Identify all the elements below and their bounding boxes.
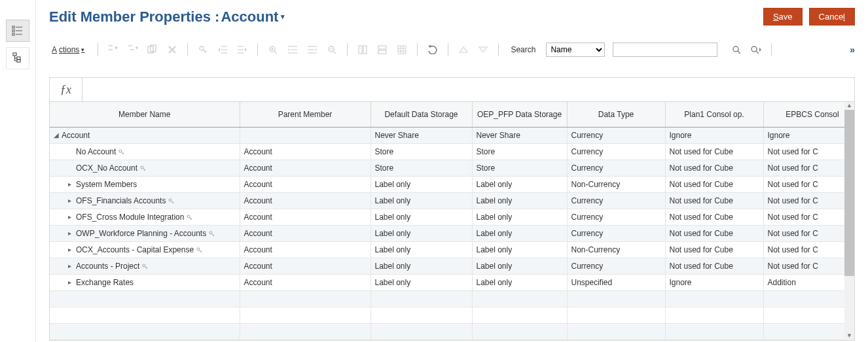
plan1-consol-cell[interactable]: Not used for Cube <box>665 225 763 241</box>
epbcs-consol-cell[interactable]: Addition <box>763 274 855 290</box>
table-row[interactable]: ▸System MembersAccountLabel onlyLabel on… <box>50 176 855 192</box>
member-name-cell[interactable]: No Account <box>68 147 236 156</box>
member-name-cell[interactable]: ▸System Members <box>68 180 236 189</box>
table-row[interactable]: ▸OFS_Financials AccountsAccountLabel onl… <box>50 192 855 209</box>
epbcs-consol-cell[interactable]: Not used for C <box>763 225 855 241</box>
oep-pfp-storage-cell[interactable]: Label only <box>472 209 567 225</box>
title-dropdown-caret[interactable]: ▾ <box>281 12 285 21</box>
default-storage-cell[interactable]: Label only <box>371 241 472 258</box>
add-child-icon[interactable] <box>127 44 139 56</box>
member-name-cell[interactable]: ▸OFS_Financials Accounts <box>68 196 236 205</box>
member-name-cell[interactable]: ◢Account <box>54 131 236 140</box>
plan1-consol-cell[interactable]: Not used for Cube <box>665 209 763 225</box>
table-row[interactable]: ▸Accounts - ProjectAccountLabel onlyLabe… <box>50 258 855 274</box>
member-name-cell[interactable]: ▸Exchange Rates <box>68 278 236 287</box>
unfreeze-icon[interactable] <box>376 44 388 56</box>
grid-icon[interactable] <box>396 44 408 56</box>
plan1-consol-cell[interactable]: Not used for Cube <box>665 176 763 192</box>
default-storage-cell[interactable]: Store <box>371 143 472 160</box>
col-data-type[interactable]: Data Type <box>567 102 665 127</box>
col-epbcs-consol[interactable]: EPBCS Consol <box>763 102 855 127</box>
default-storage-cell[interactable]: Label only <box>371 258 472 274</box>
search-down-icon[interactable] <box>750 44 762 56</box>
data-type-cell[interactable]: Currency <box>567 258 665 274</box>
duplicate-icon[interactable] <box>147 44 158 56</box>
data-type-cell[interactable]: Currency <box>567 160 665 176</box>
parent-member-cell[interactable]: Account <box>240 258 371 274</box>
expand-toggle-icon[interactable]: ▸ <box>68 246 75 253</box>
data-type-cell[interactable]: Currency <box>567 192 665 209</box>
data-type-cell[interactable]: Currency <box>567 143 665 160</box>
plan1-consol-cell[interactable]: Not used for Cube <box>665 192 763 209</box>
default-storage-cell[interactable]: Label only <box>371 274 472 290</box>
expand-toggle-icon[interactable]: ▸ <box>68 180 75 188</box>
parent-member-cell[interactable]: Account <box>240 192 371 209</box>
nav-outline-icon[interactable] <box>6 20 29 42</box>
table-row[interactable]: OCX_No AccountAccountStoreStoreCurrencyN… <box>50 160 855 176</box>
epbcs-consol-cell[interactable]: Not used for C <box>763 176 855 192</box>
default-storage-cell[interactable]: Label only <box>371 209 472 225</box>
scroll-thumb[interactable] <box>844 110 854 276</box>
data-type-cell[interactable]: Currency <box>567 209 665 225</box>
zoom-in-icon[interactable] <box>267 44 279 56</box>
member-name-cell[interactable]: ▸OFS_Cross Module Integration <box>68 213 236 222</box>
oep-pfp-storage-cell[interactable]: Label only <box>472 192 567 209</box>
col-member-name[interactable]: Member Name <box>50 102 240 127</box>
data-type-cell[interactable]: Currency <box>567 127 665 143</box>
table-row-empty[interactable] <box>50 323 855 339</box>
col-default-storage[interactable]: Default Data Storage <box>371 102 472 127</box>
default-storage-cell[interactable]: Label only <box>371 225 472 241</box>
parent-member-cell[interactable]: Account <box>240 225 371 241</box>
parent-member-cell[interactable]: Account <box>240 176 371 192</box>
add-sibling-icon[interactable] <box>107 44 119 56</box>
table-row[interactable]: ▸OCX_Accounts - Capital ExpenseAccountLa… <box>50 241 855 258</box>
oep-pfp-storage-cell[interactable]: Label only <box>472 258 567 274</box>
table-row[interactable]: ▸OWP_Workforce Planning - AccountsAccoun… <box>50 225 855 241</box>
expand-toggle-icon[interactable]: ▸ <box>68 197 75 204</box>
epbcs-consol-cell[interactable]: Not used for C <box>763 258 855 274</box>
epbcs-consol-cell[interactable]: Not used for C <box>763 241 855 258</box>
oep-pfp-storage-cell[interactable]: Label only <box>472 274 567 290</box>
formula-input[interactable] <box>82 78 854 101</box>
collapse-toggle-icon[interactable]: ◢ <box>54 131 60 139</box>
move-up-icon[interactable] <box>458 44 469 56</box>
expand-toggle-icon[interactable]: ▸ <box>68 230 75 237</box>
parent-member-cell[interactable]: Account <box>240 160 371 176</box>
plan1-consol-cell[interactable]: Not used for Cube <box>665 241 763 258</box>
default-storage-cell[interactable]: Label only <box>371 192 472 209</box>
freeze-icon[interactable] <box>357 44 369 56</box>
expand-toggle-icon[interactable]: ▸ <box>68 262 75 269</box>
epbcs-consol-cell[interactable]: Ignore <box>763 127 855 143</box>
member-name-cell[interactable]: ▸OCX_Accounts - Capital Expense <box>68 245 236 254</box>
scroll-down-arrow[interactable]: ▼ <box>844 332 854 340</box>
oep-pfp-storage-cell[interactable]: Never Share <box>472 127 567 143</box>
search-up-icon[interactable] <box>731 44 742 56</box>
parent-member-cell[interactable]: Account <box>240 143 371 160</box>
table-row[interactable]: ◢AccountNever ShareNever ShareCurrencyIg… <box>50 127 855 143</box>
table-row[interactable]: ▸Exchange RatesAccountLabel onlyLabel on… <box>50 274 855 290</box>
key-icon[interactable] <box>197 44 209 56</box>
nav-tree-icon[interactable] <box>6 47 29 69</box>
parent-member-cell[interactable] <box>240 127 371 143</box>
search-input[interactable] <box>613 43 717 57</box>
member-name-cell[interactable]: OCX_No Account <box>68 163 236 173</box>
table-row-empty[interactable] <box>50 307 855 323</box>
actions-menu[interactable]: Actions ▾ <box>52 45 84 54</box>
data-type-cell[interactable]: Currency <box>567 225 665 241</box>
oep-pfp-storage-cell[interactable]: Label only <box>472 176 567 192</box>
zoom-out-icon[interactable] <box>326 44 338 56</box>
plan1-consol-cell[interactable]: Ignore <box>665 274 763 290</box>
epbcs-consol-cell[interactable]: Not used for C <box>763 209 855 225</box>
table-row-empty[interactable] <box>50 290 855 307</box>
move-down-icon[interactable] <box>477 44 489 56</box>
data-type-cell[interactable]: Non-Currency <box>567 241 665 258</box>
save-button[interactable]: Save <box>763 8 803 26</box>
default-storage-cell[interactable]: Store <box>371 160 472 176</box>
epbcs-consol-cell[interactable]: Not used for C <box>763 143 855 160</box>
outdent-icon[interactable] <box>217 44 228 56</box>
plan1-consol-cell[interactable]: Not used for Cube <box>665 160 763 176</box>
member-name-cell[interactable]: ▸Accounts - Project <box>68 262 236 271</box>
page-title[interactable]: Edit Member Properties : Account ▾ <box>49 9 285 26</box>
epbcs-consol-cell[interactable]: Not used for C <box>763 192 855 209</box>
parent-member-cell[interactable]: Account <box>240 209 371 225</box>
